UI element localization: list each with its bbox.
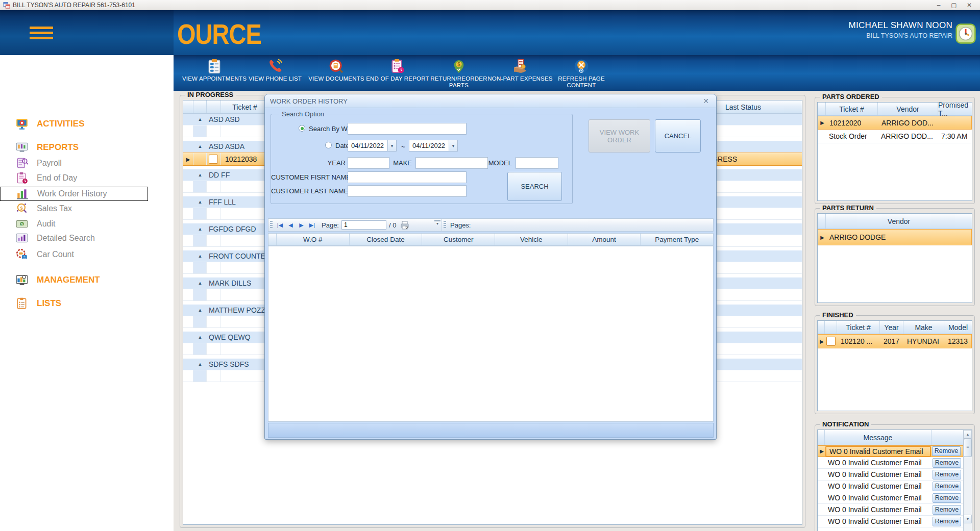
date-from-combo[interactable]: 04/11/2022 ▾ [348,140,397,151]
sidebar-item-end-of-day[interactable]: End of Day [0,171,174,185]
parts-return-row[interactable]: ▶ ARRIGO DODGE [818,229,972,245]
first-page-icon[interactable]: |◀ [275,220,285,230]
notification-scrollbar[interactable]: ▲ ▼ [963,430,972,531]
row-checkbox[interactable] [826,337,836,346]
ticket-column-header[interactable]: Ticket # [826,103,878,115]
toolbar-button-refresh[interactable]: REFRESH PAGE CONTENT [548,58,615,89]
parts-ordered-row[interactable]: ▶10212020ARRIGO DOD... [818,116,972,130]
ticket-column-header[interactable]: Ticket # [221,100,269,113]
results-column-header[interactable]: W.O # [277,234,350,245]
date-to-combo[interactable]: 04/11/2022 ▾ [409,140,458,151]
toolbar-button-documents[interactable]: VIEW DOCUMENTS [303,58,370,82]
sidebar-item-payroll[interactable]: Payroll [0,156,174,170]
make-input[interactable] [415,157,488,169]
sidebar-item-lists[interactable]: LISTS [0,296,174,311]
model-input[interactable] [516,157,558,169]
scroll-thumb[interactable] [964,439,972,457]
remove-button[interactable]: Remove [933,482,961,491]
toolbar-overflow-icon[interactable]: ▾ [434,220,440,226]
collapse-icon[interactable]: ▲ [193,226,207,232]
remove-button[interactable]: Remove [933,493,961,503]
collapse-icon[interactable]: ▲ [193,144,207,149]
remove-button[interactable]: Remove [932,446,961,456]
dialog-titlebar[interactable]: WORK ORDER HISTORY ✕ [265,94,716,108]
model-column-header[interactable]: Model [944,321,972,334]
results-column-header[interactable]: Payment Type [641,234,713,245]
last-page-icon[interactable]: ▶| [307,220,317,230]
toolbar-button-appointments[interactable]: VIEW APPOINTMENTS [181,58,248,82]
vendor-column-header[interactable]: Vendor [826,214,972,229]
promised-column-header[interactable]: Promised T... [938,103,972,115]
wo-number-input[interactable] [348,123,467,135]
print-icon[interactable] [399,220,411,230]
collapse-icon[interactable]: ▲ [193,308,207,313]
remove-button[interactable]: Remove [933,458,961,468]
search-by-wo-radio[interactable] [299,125,305,132]
collapse-icon[interactable]: ▲ [193,254,207,259]
results-column-header[interactable]: Closed Date [350,234,423,245]
toolbar-button-report[interactable]: END OF DAY REPORT [364,58,431,82]
remove-button[interactable]: Remove [933,517,961,526]
message-column-header[interactable]: Message [825,430,932,445]
parts-ordered-row[interactable]: Stock OrderARRIGO DOD...7:30 AM [818,130,972,143]
sidebar-item-management[interactable]: MANAGEMENT [0,273,174,287]
chevron-down-icon[interactable]: ▾ [449,140,457,151]
notification-row[interactable]: ▶WO 0 Invalid Customer EmailRemove [818,445,963,457]
remove-button[interactable]: Remove [933,505,961,515]
scroll-up-icon[interactable]: ▲ [964,430,972,439]
sidebar-item-detailed-search[interactable]: Detailed Search [0,231,174,245]
collapse-icon[interactable]: ▲ [193,172,207,178]
menu-hamburger-icon[interactable] [30,27,53,40]
cancel-button[interactable]: CANCEL [655,119,701,153]
collapse-icon[interactable]: ▲ [193,117,207,122]
notification-row[interactable]: WO 0 Invalid Customer EmailRemove [818,481,963,492]
search-button[interactable]: SEARCH [507,172,562,201]
minimize-button[interactable]: – [931,2,946,9]
toolbar-button-parts-pin[interactable]: $RETURN/REORDER PARTS [426,58,492,89]
group-name: DD FF [207,171,230,179]
collapse-icon[interactable]: ▲ [193,362,207,367]
time-clock-icon[interactable] [955,23,976,44]
sidebar-item-car-count[interactable]: Car Count [0,247,174,262]
dialog-close-icon[interactable]: ✕ [701,97,711,105]
collapse-icon[interactable]: ▲ [193,199,207,205]
notification-row[interactable]: WO 0 Invalid Customer EmailRemove [818,516,963,527]
sidebar-item-sales-tax[interactable]: $Sales Tax [0,201,174,216]
collapse-icon[interactable]: ▲ [193,281,207,286]
notification-row[interactable]: WO 0 Invalid Customer EmailRemove [818,469,963,481]
sidebar-item-work-order-history[interactable]: Work Order History [0,187,148,201]
maximize-button[interactable]: ▢ [946,2,962,9]
notification-row[interactable]: WO 0 Invalid Customer EmailRemove [818,457,963,469]
make-column-header[interactable]: Make [903,321,944,334]
sidebar-item-reports[interactable]: REPORTS [0,140,174,155]
collapse-icon[interactable]: ▲ [193,335,207,340]
view-work-order-button[interactable]: VIEW WORK ORDER [589,119,650,153]
toolbar-button-phone[interactable]: VIEW PHONE LIST [242,58,308,82]
toolbar-button-expenses[interactable]: NON-PART EXPENSES [487,58,553,82]
prev-page-icon[interactable]: ◀ [285,220,296,230]
customer-last-name-input[interactable] [348,185,467,197]
finished-row[interactable]: ▶ 102120 ... 2017 HYUNDAI 12313 [818,334,972,348]
page-number-input[interactable] [341,220,386,230]
customer-first-name-input[interactable] [348,171,467,183]
year-column-header[interactable]: Year [880,321,903,334]
window-titlebar[interactable]: BILL TYSON'S AUTO REPAIR 561-753-6101 – … [0,0,980,10]
ticket-column-header[interactable]: Ticket # [837,321,880,334]
chevron-down-icon[interactable]: ▾ [387,140,396,151]
vendor-column-header[interactable]: Vendor [878,103,938,115]
toolbar-grip[interactable] [270,221,273,229]
notification-row[interactable]: WO 0 Invalid Customer EmailRemove [818,492,963,504]
row-checkbox[interactable] [209,155,218,164]
scroll-down-icon[interactable]: ▼ [964,515,972,523]
sidebar-item-audit[interactable]: $Audit [0,217,174,231]
next-page-icon[interactable]: ▶ [296,220,307,230]
notification-row[interactable]: WO 0 Invalid Customer EmailRemove [818,504,963,516]
results-column-header[interactable]: Amount [568,234,641,245]
toolbar-grip[interactable] [444,221,446,229]
close-button[interactable]: ✕ [962,2,977,9]
results-column-header[interactable]: Customer [422,234,495,245]
remove-button[interactable]: Remove [933,470,961,479]
results-column-header[interactable]: Vehicle [495,234,568,245]
sidebar-item-activities[interactable]: ACTIVITIES [0,117,174,131]
date-radio[interactable] [325,142,332,148]
